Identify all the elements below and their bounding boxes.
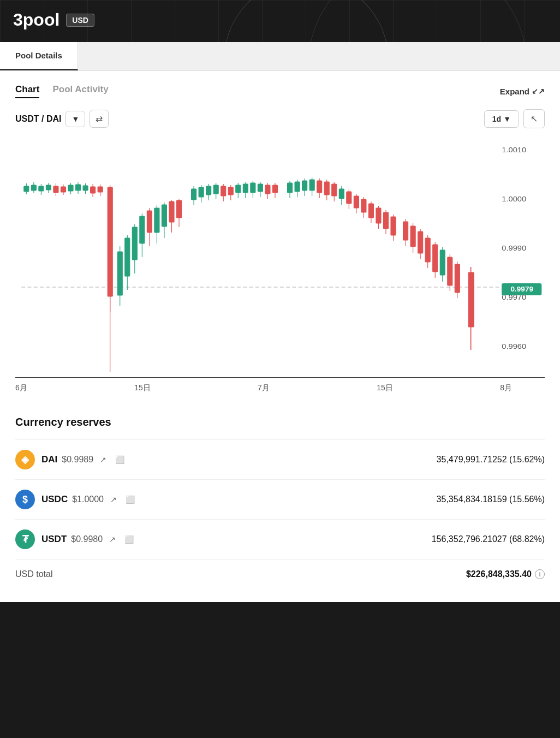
usd-total-row: USD total $226,848,335.40 i <box>15 559 545 589</box>
reserves-title: Currency reserves <box>15 416 545 428</box>
svg-rect-34 <box>117 252 122 295</box>
svg-rect-40 <box>140 216 145 243</box>
usdc-copy[interactable]: ⬜ <box>123 494 137 505</box>
svg-text:0.9960: 0.9960 <box>502 342 526 350</box>
dai-info: DAI $0.9989 ↗ ⬜ <box>41 454 127 465</box>
tab-pool-details[interactable]: Pool Details <box>0 42 78 70</box>
svg-rect-17 <box>53 186 58 193</box>
svg-text:0.9970: 0.9970 <box>502 293 526 301</box>
tab-pool-activity[interactable]: Pool Activity <box>52 84 108 98</box>
timeframe-button[interactable]: 1d ▼ <box>484 110 519 128</box>
usdc-price: $1.0000 <box>72 495 104 504</box>
svg-rect-38 <box>132 227 137 260</box>
dai-copy[interactable]: ⬜ <box>113 454 127 465</box>
svg-rect-29 <box>98 187 103 192</box>
usdt-name: USDT <box>41 534 67 545</box>
svg-rect-21 <box>68 185 73 191</box>
usdt-external-link[interactable]: ↗ <box>107 534 118 545</box>
usdt-copy[interactable]: ⬜ <box>122 534 136 545</box>
x-label-jul: 7月 <box>258 383 270 393</box>
svg-rect-84 <box>317 181 322 193</box>
svg-rect-72 <box>265 185 270 194</box>
svg-rect-102 <box>383 212 388 229</box>
svg-rect-94 <box>354 196 359 208</box>
usd-total-label: USD total <box>15 569 52 579</box>
reserve-row-dai: ◈ DAI $0.9989 ↗ ⬜ 35,479,991.71252 (15.6… <box>15 439 545 479</box>
svg-rect-90 <box>339 189 344 199</box>
svg-rect-9 <box>24 186 29 192</box>
chart-tabs: Chart Pool Activity <box>15 84 109 98</box>
main-content: Chart Pool Activity Expand ↙↗ USDT / DAI… <box>0 71 560 602</box>
reserve-row-usdt: ₮ USDT $0.9980 ↗ ⬜ 156,352,796.21027 (68… <box>15 519 545 559</box>
dai-external-link[interactable]: ↗ <box>98 454 109 465</box>
reserve-left-dai: ◈ DAI $0.9989 ↗ ⬜ <box>15 450 127 469</box>
chart-area[interactable]: 1.0010 1.0000 0.9990 0.9979 0.9970 0.996… <box>15 137 545 377</box>
tab-chart[interactable]: Chart <box>15 84 39 98</box>
usd-total-info-icon[interactable]: i <box>535 569 545 579</box>
svg-rect-86 <box>324 182 329 195</box>
reserve-row-usdc: $ USDC $1.0000 ↗ ⬜ 35,354,834.18159 (15.… <box>15 479 545 519</box>
svg-rect-25 <box>83 186 88 191</box>
expand-label: Expand <box>500 87 529 96</box>
svg-rect-46 <box>162 205 166 227</box>
pair-dropdown-arrow: ▼ <box>72 115 79 123</box>
usd-total-amount: $226,848,335.40 <box>466 569 532 579</box>
svg-rect-80 <box>302 181 307 191</box>
expand-button[interactable]: Expand ↙↗ <box>500 87 545 96</box>
x-label-aug: 8月 <box>500 383 512 393</box>
usdc-name: USDC <box>41 494 68 505</box>
pair-dropdown-button[interactable]: ▼ <box>65 111 85 127</box>
svg-text:1.0010: 1.0010 <box>502 146 526 154</box>
svg-rect-64 <box>236 185 241 193</box>
cursor-button[interactable]: ↖ <box>523 109 545 128</box>
svg-rect-106 <box>403 222 408 240</box>
svg-rect-23 <box>76 184 81 191</box>
svg-rect-120 <box>455 264 460 293</box>
svg-rect-108 <box>410 226 415 247</box>
svg-rect-88 <box>332 184 337 196</box>
usdt-price: $0.9980 <box>71 534 103 544</box>
svg-rect-42 <box>147 211 152 233</box>
svg-rect-31 <box>108 187 112 296</box>
dai-amount: 35,479,991.71252 (15.62%) <box>437 455 545 465</box>
svg-text:0.9990: 0.9990 <box>502 244 526 252</box>
header-background: 3pool USD <box>0 0 560 42</box>
swap-button[interactable]: ⇄ <box>90 110 109 128</box>
dai-icon: ◈ <box>15 450 35 469</box>
chart-top-nav: Chart Pool Activity Expand ↙↗ <box>15 84 545 98</box>
svg-rect-48 <box>169 201 174 222</box>
expand-icon: ↙↗ <box>532 87 545 96</box>
svg-rect-15 <box>46 185 51 190</box>
reserves-section: Currency reserves ◈ DAI $0.9989 ↗ ⬜ 35,4… <box>15 416 545 589</box>
svg-rect-50 <box>177 200 182 218</box>
usdc-info: USDC $1.0000 ↗ ⬜ <box>41 494 137 505</box>
usdc-external-link[interactable]: ↗ <box>108 494 119 505</box>
svg-rect-62 <box>228 187 233 195</box>
svg-rect-58 <box>213 185 218 194</box>
swap-icon: ⇄ <box>96 114 103 123</box>
svg-rect-66 <box>243 184 248 193</box>
timeframe-label: 1d <box>492 115 501 123</box>
svg-rect-82 <box>309 180 314 191</box>
svg-rect-74 <box>272 185 277 193</box>
svg-rect-104 <box>391 217 396 235</box>
pool-title: 3pool <box>13 10 59 30</box>
svg-rect-19 <box>61 187 65 192</box>
svg-rect-68 <box>251 183 255 193</box>
svg-rect-98 <box>368 204 373 218</box>
chart-controls: USDT / DAI ▼ ⇄ 1d ▼ ↖ <box>15 109 545 128</box>
x-label-15-1: 15日 <box>134 383 151 393</box>
pair-label: USDT / DAI <box>15 114 61 124</box>
dai-price: $0.9989 <box>62 455 93 465</box>
reserve-left-usdc: $ USDC $1.0000 ↗ ⬜ <box>15 490 137 509</box>
svg-rect-112 <box>425 238 430 262</box>
usdc-icon: $ <box>15 490 35 509</box>
svg-rect-54 <box>199 187 204 197</box>
svg-rect-11 <box>31 185 36 191</box>
dai-name: DAI <box>41 454 57 465</box>
svg-rect-100 <box>376 208 381 223</box>
svg-rect-36 <box>125 238 130 276</box>
cursor-icon: ↖ <box>531 114 538 123</box>
usdt-info: USDT $0.9980 ↗ ⬜ <box>41 534 136 545</box>
usdt-amount: 156,352,796.21027 (68.82%) <box>432 534 545 544</box>
